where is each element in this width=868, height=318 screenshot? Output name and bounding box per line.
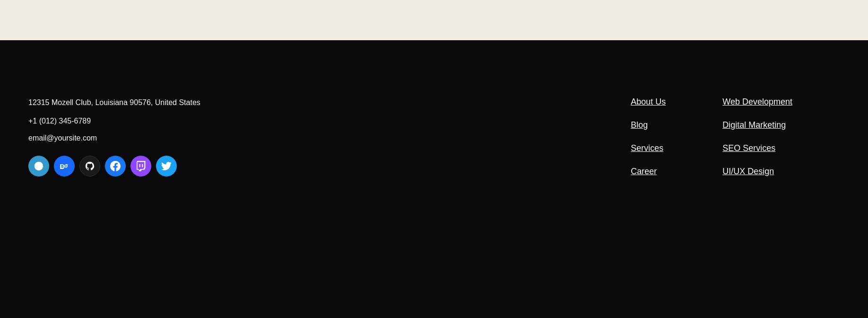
facebook-icon[interactable]: [105, 156, 126, 177]
wordpress-icon[interactable]: [28, 156, 49, 177]
nav-link-services[interactable]: Services: [631, 143, 666, 153]
nav-link-web-development[interactable]: Web Development: [722, 97, 792, 107]
twitter-icon[interactable]: [156, 156, 177, 177]
nav-link-blog[interactable]: Blog: [631, 120, 666, 130]
top-section: [0, 0, 868, 40]
nav-link-about-us[interactable]: About Us: [631, 97, 666, 107]
nav-column-1: About Us Blog Services Career: [631, 97, 666, 177]
footer: 12315 Mozell Club, Louisiana 90576, Unit…: [0, 40, 868, 318]
footer-phone: +1 (012) 345-6789: [28, 117, 200, 125]
social-icons-container: [28, 156, 200, 177]
nav-column-2: Web Development Digital Marketing SEO Se…: [722, 97, 792, 177]
footer-address: 12315 Mozell Club, Louisiana 90576, Unit…: [28, 97, 200, 108]
nav-link-seo-services[interactable]: SEO Services: [722, 143, 792, 153]
footer-email: email@yoursite.com: [28, 134, 200, 142]
github-icon[interactable]: [79, 156, 100, 177]
footer-nav: About Us Blog Services Career Web Develo…: [631, 97, 840, 177]
twitch-icon[interactable]: [130, 156, 151, 177]
footer-content: 12315 Mozell Club, Louisiana 90576, Unit…: [28, 97, 840, 177]
footer-left: 12315 Mozell Club, Louisiana 90576, Unit…: [28, 97, 200, 177]
behance-icon[interactable]: [54, 156, 75, 177]
nav-link-career[interactable]: Career: [631, 167, 666, 177]
nav-link-digital-marketing[interactable]: Digital Marketing: [722, 120, 792, 130]
nav-link-uiux-design[interactable]: UI/UX Design: [722, 167, 792, 177]
